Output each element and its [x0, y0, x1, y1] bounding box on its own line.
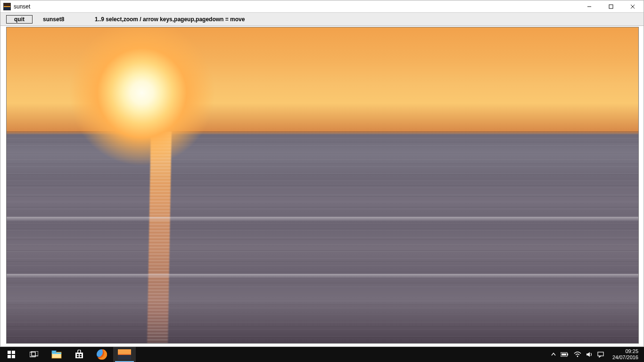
wifi-icon[interactable] [574, 352, 581, 357]
image-viewport[interactable] [0, 26, 644, 346]
svg-rect-12 [52, 353, 61, 354]
action-center-icon[interactable] [597, 352, 604, 358]
taskbar-file-explorer[interactable] [45, 347, 68, 362]
svg-rect-11 [52, 351, 56, 353]
clock-time: 09:25 [612, 348, 638, 354]
app-window: sunset quit sunset8 1..9 select,zoom / a… [0, 0, 644, 347]
svg-rect-1 [609, 5, 613, 8]
wave-foam [7, 274, 638, 279]
taskbar-store[interactable] [68, 347, 91, 362]
svg-point-21 [577, 356, 578, 357]
minimize-button[interactable] [578, 0, 600, 13]
task-view-button[interactable] [23, 347, 45, 362]
svg-rect-22 [598, 352, 603, 356]
app-icon [3, 3, 11, 10]
svg-rect-15 [80, 354, 82, 355]
wave-foam [7, 217, 638, 222]
tray-overflow-icon[interactable] [551, 352, 556, 357]
svg-rect-14 [77, 354, 79, 355]
svg-rect-4 [8, 351, 11, 354]
taskbar-sunset-app[interactable] [113, 347, 136, 362]
svg-rect-19 [567, 354, 568, 355]
clock-date: 24/07/2016 [612, 354, 638, 361]
filename-label: sunset8 [43, 16, 90, 23]
toolbar: quit sunset8 1..9 select,zoom / arrow ke… [0, 13, 644, 26]
close-button[interactable] [622, 0, 644, 13]
volume-icon[interactable] [586, 352, 593, 357]
quit-button[interactable]: quit [6, 15, 33, 24]
battery-icon[interactable] [561, 352, 569, 357]
svg-rect-13 [75, 353, 83, 358]
sea-texture [7, 132, 638, 343]
sun-reflection [147, 132, 172, 343]
horizon-line [7, 132, 638, 132]
svg-rect-17 [80, 356, 82, 357]
window-title: sunset [14, 3, 30, 10]
svg-rect-16 [77, 356, 79, 357]
svg-rect-6 [8, 355, 11, 358]
start-button[interactable] [0, 347, 23, 362]
sunset-photo [6, 27, 639, 344]
svg-rect-20 [561, 354, 566, 355]
svg-rect-5 [12, 351, 15, 354]
taskbar-firefox[interactable] [91, 347, 113, 362]
firefox-icon [97, 349, 107, 360]
maximize-button[interactable] [600, 0, 622, 13]
keyboard-help-text: 1..9 select,zoom / arrow keys,pageup,pag… [95, 16, 245, 23]
title-bar[interactable]: sunset [0, 0, 644, 13]
sunset-app-icon [118, 349, 131, 360]
taskbar: 09:25 24/07/2016 [0, 347, 644, 362]
system-tray: 09:25 24/07/2016 [551, 347, 644, 362]
svg-rect-7 [12, 355, 15, 358]
taskbar-clock[interactable]: 09:25 24/07/2016 [609, 348, 642, 361]
